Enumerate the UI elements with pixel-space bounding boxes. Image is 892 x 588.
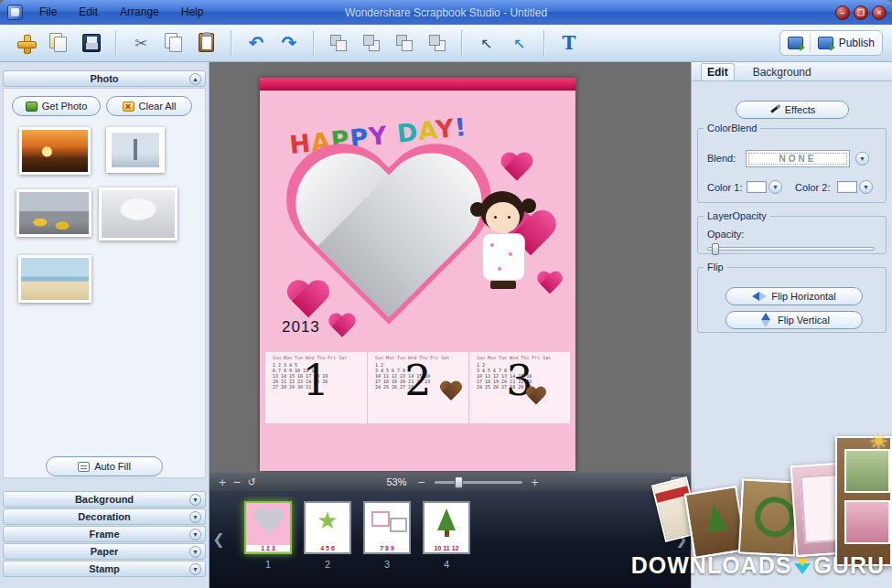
minimize-button[interactable]: – xyxy=(835,5,850,20)
photo-thumb-beach[interactable] xyxy=(18,255,91,303)
opacity-label: Opacity: xyxy=(707,229,744,240)
tab-background[interactable]: Background xyxy=(747,64,817,80)
color1-dropdown-icon[interactable]: ▼ xyxy=(768,180,782,194)
chocolate-heart-decoration[interactable] xyxy=(525,387,547,407)
share-icon[interactable] xyxy=(788,37,803,49)
zoom-dropdown-button[interactable]: ▼ xyxy=(670,476,685,488)
undo-icon[interactable]: ↶ xyxy=(242,29,270,57)
get-photo-button[interactable]: Get Photo xyxy=(12,96,101,116)
chevron-down-icon[interactable]: ▼ xyxy=(189,563,201,575)
calendar-month-march[interactable]: Sun Mon Tue Wed Thu Fri Sat 1 2 3 4 5 6 … xyxy=(468,352,570,423)
color2-dropdown-icon[interactable]: ▼ xyxy=(859,180,873,194)
redo-icon[interactable]: ↷ xyxy=(275,29,303,57)
copy-icon[interactable] xyxy=(160,29,188,57)
colorblend-group: ColorBlend Blend: NONE ▼ Color 1: ▼ Colo… xyxy=(697,123,887,203)
page-number: 2 xyxy=(304,559,351,570)
zoom-in-icon[interactable]: + xyxy=(528,476,543,488)
flip-vertical-button[interactable]: Flip Vertical xyxy=(725,311,863,329)
section-decoration[interactable]: Decoration ▼ xyxy=(3,508,206,525)
send-to-back-icon[interactable] xyxy=(424,29,451,57)
close-button[interactable]: × xyxy=(872,5,887,20)
tab-edit[interactable]: Edit xyxy=(701,63,735,80)
design-canvas[interactable]: HAPPY DAY! 2013 Sun Mon Tue Wed Thu Fri … xyxy=(210,62,691,473)
chevron-down-icon[interactable]: ▼ xyxy=(189,529,201,540)
heart-decoration[interactable] xyxy=(285,281,331,322)
girl-character[interactable] xyxy=(467,187,543,361)
select-multiple-icon[interactable]: ↖ xyxy=(506,29,533,57)
reset-view-icon[interactable]: ↺ xyxy=(244,476,259,488)
collapse-icon[interactable]: ▲ xyxy=(189,73,201,85)
remove-icon[interactable]: − xyxy=(230,476,244,488)
blend-dropdown-icon[interactable]: ▼ xyxy=(855,152,869,166)
new-page-icon[interactable] xyxy=(12,29,39,57)
bring-to-front-icon[interactable] xyxy=(391,29,418,57)
page-thumbnail-2[interactable]: ★ 4 5 6 xyxy=(304,501,351,554)
color2-swatch[interactable] xyxy=(837,181,857,193)
page-top-band xyxy=(260,78,575,91)
auto-fill-button[interactable]: Auto Fill xyxy=(46,456,163,476)
app-icon xyxy=(7,5,23,20)
chevron-down-icon[interactable]: ▼ xyxy=(189,546,201,558)
calendar-month-january[interactable]: Sun Mon Tue Wed Thu Fri Sat 1 2 3 4 5 6 … xyxy=(265,352,367,423)
heart-decoration[interactable] xyxy=(328,314,357,340)
colorblend-title: ColorBlend xyxy=(704,123,760,134)
photo-thumb-sunset[interactable] xyxy=(19,127,91,175)
maximize-button[interactable]: ❐ xyxy=(854,5,868,20)
flip-group: Flip Flip Horizontal Flip Vertical xyxy=(697,262,887,333)
page-filmstrip: ❮ ❯ 1 2 3 1 ★ 4 5 6 2 7 8 9 3 10 11 12 4 xyxy=(210,491,691,588)
page-number: 1 xyxy=(244,559,292,570)
publish-label: Publish xyxy=(839,37,875,49)
photo-thumb-statue-of-liberty[interactable] xyxy=(106,127,165,173)
section-stamp[interactable]: Stamp ▼ xyxy=(3,561,206,577)
heart-decoration[interactable] xyxy=(500,153,534,184)
opacity-slider[interactable] xyxy=(707,247,875,251)
month-number: 1 xyxy=(265,356,367,405)
flip-vertical-icon xyxy=(761,313,770,327)
blend-select[interactable]: NONE xyxy=(746,150,850,167)
zoom-bar: + − ↺ 53% − + ▼ xyxy=(210,473,691,491)
scrapbook-page[interactable]: HAPPY DAY! 2013 Sun Mon Tue Wed Thu Fri … xyxy=(260,78,575,471)
photo-thumb-snowy-tree[interactable] xyxy=(99,187,177,241)
filmstrip-prev-button[interactable]: ❮ xyxy=(211,519,226,559)
opacity-slider-thumb[interactable] xyxy=(712,243,719,255)
publish-button[interactable]: Publish xyxy=(810,34,875,52)
month-number: 3 xyxy=(469,356,570,405)
cut-icon[interactable]: ✂ xyxy=(127,29,155,57)
chevron-down-icon[interactable]: ▼ xyxy=(189,494,201,506)
page-number: 4 xyxy=(423,559,470,570)
clear-all-button[interactable]: Clear All xyxy=(106,96,192,116)
bring-forward-icon[interactable] xyxy=(325,29,352,57)
menu-file[interactable]: File xyxy=(28,0,68,25)
menu-help[interactable]: Help xyxy=(170,0,215,25)
menu-arrange[interactable]: Arrange xyxy=(109,0,170,25)
page-thumbnail-4[interactable]: 10 11 12 xyxy=(423,501,470,554)
photo-section-header[interactable]: Photo ▲ xyxy=(3,70,206,87)
zoom-slider[interactable] xyxy=(435,481,522,484)
color1-swatch[interactable] xyxy=(747,181,767,193)
flip-horizontal-button[interactable]: Flip Horizontal xyxy=(725,287,863,305)
chevron-down-icon[interactable]: ▼ xyxy=(189,511,201,523)
paste-icon[interactable] xyxy=(193,29,220,57)
add-icon[interactable]: + xyxy=(215,476,230,488)
year-text[interactable]: 2013 xyxy=(282,318,320,337)
photo-thumb-city-taxis[interactable] xyxy=(16,189,91,237)
effects-button[interactable]: Effects xyxy=(736,101,849,119)
zoom-slider-thumb[interactable] xyxy=(455,476,463,488)
section-background[interactable]: Background ▼ xyxy=(3,491,206,508)
page-thumbnail-1[interactable]: 1 2 3 xyxy=(244,501,292,554)
color1-label: Color 1: xyxy=(707,182,743,193)
zoom-out-icon[interactable]: − xyxy=(414,476,429,488)
save-icon[interactable] xyxy=(78,29,105,57)
brush-icon xyxy=(769,104,780,115)
menu-edit[interactable]: Edit xyxy=(68,0,109,25)
add-text-icon[interactable]: T xyxy=(555,29,583,57)
send-backward-icon[interactable] xyxy=(358,29,385,57)
chocolate-heart-decoration[interactable] xyxy=(439,381,463,402)
select-icon[interactable]: ↖ xyxy=(473,29,500,57)
page-thumbnail-3[interactable]: 7 8 9 xyxy=(363,501,411,554)
download-arrow-icon xyxy=(794,557,811,575)
section-frame[interactable]: Frame ▼ xyxy=(3,526,206,542)
star-decoration: ★ xyxy=(306,507,349,534)
section-paper[interactable]: Paper ▼ xyxy=(3,543,206,560)
copy-page-icon[interactable] xyxy=(45,29,72,57)
